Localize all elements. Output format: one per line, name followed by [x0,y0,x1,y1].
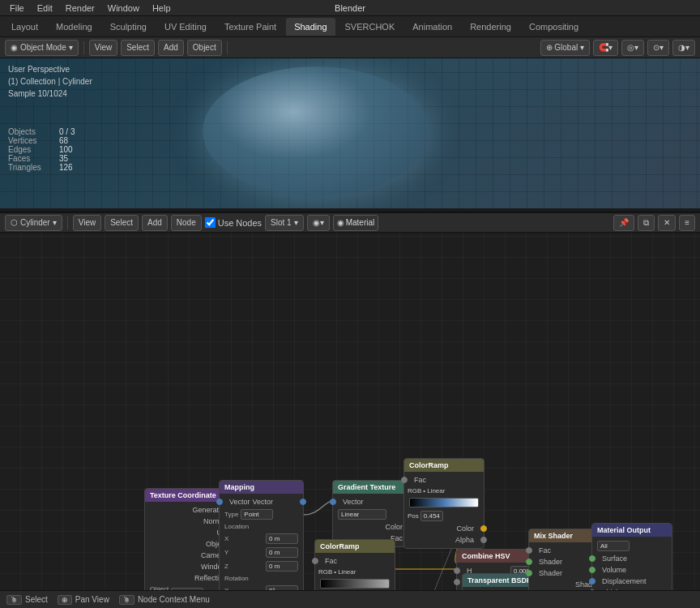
node-cr1-body: Fac RGB • Linear Pos 0.454 Color Alpha [404,472,484,548]
close-btn[interactable]: ✕ [658,215,676,231]
view-mode-label: User Perspective [8,63,92,75]
mapping-in-vector: Vector Vector [220,496,303,507]
cylinder-mesh [203,66,429,196]
lmb-key: 🖱 [6,595,22,605]
select-menu[interactable]: Select [121,40,155,56]
socket-mix-s2[interactable] [526,570,532,576]
matout-in-surface: Surface [592,553,672,564]
cr1-controls: RGB • Linear [404,486,484,496]
top-menubar: File Edit Render Window Help Blender [0,0,700,16]
rmb-key: 🖱 [119,595,134,605]
node-mapping[interactable]: Mapping Vector Vector Type Point Locatio… [219,480,304,608]
socket-vector-in[interactable] [216,499,223,505]
socket-mix-fac[interactable] [526,547,532,554]
node-editor-right: 📌 ⧉ ✕ ≡ [613,215,695,231]
sample-label: Sample 10/1024 [8,88,92,100]
matout-target: All [592,539,672,553]
pin-btn[interactable]: 📌 [613,215,634,231]
viewport-toolbar: ◉ Object Mode ▾ View Select Add Object ⊕… [0,37,700,58]
select-btn2[interactable]: Select [105,215,139,231]
tab-layout[interactable]: Layout [3,18,46,36]
mapping-location-label: Location [220,521,303,532]
viewport-3d[interactable]: User Perspective (1) Collection | Cylind… [0,58,700,208]
socket-vector-out[interactable] [300,499,306,505]
menu-file[interactable]: File [3,0,31,15]
mapping-type: Type Point [220,507,303,521]
sep3 [67,216,68,229]
add-menu[interactable]: Add [158,40,184,56]
use-nodes-label: Use Nodes [218,218,262,228]
editor-type-btn[interactable]: ⬡ Cylinder▾ [5,215,62,231]
overlay-btn[interactable]: ⊙▾ [647,40,669,56]
menu-window[interactable]: Window [101,0,146,15]
node-editor-icon: ⬡ [11,218,18,227]
node-transparent-title: Transparent BSDF [467,576,531,584]
slot-btn[interactable]: Slot 1▾ [265,215,304,231]
view-btn2[interactable]: View [73,215,102,231]
socket-mix-s1[interactable] [526,559,532,565]
tab-texture-paint[interactable]: Texture Paint [216,18,284,36]
node-editor-header: ⬡ Cylinder▾ View Select Add Node Use Nod… [0,212,700,233]
mapping-y: Y 0 m [220,546,303,559]
tab-modeling[interactable]: Modeling [48,18,100,36]
node-combine-header: Combine HSV [457,550,536,563]
gradient-type: Linear [333,507,412,521]
node-gradient[interactable]: Gradient Texture Vector Linear Color Fac [332,480,413,547]
material-name[interactable]: Material [346,218,375,227]
socket-cr1-alpha[interactable] [480,537,487,543]
sep1 [83,41,84,54]
tab-compositing[interactable]: Compositing [521,18,587,36]
chevron-down-icon: ▾ [69,43,73,52]
socket-cr2-fac[interactable] [312,558,318,564]
tab-shading[interactable]: Shading [286,18,335,36]
node-cr2-header: ColorRamp [315,540,395,553]
cr1-out-alpha: Alpha [404,534,484,546]
viewport-mode-btn[interactable]: ◉ Object Mode ▾ [5,40,79,56]
gradient-out-color: Color [333,521,412,533]
tab-uv-editing[interactable]: UV Editing [156,18,215,36]
socket-cr1-fac[interactable] [401,477,408,483]
cr1-gradient-preview[interactable] [409,498,479,507]
menu-edit[interactable]: Edit [31,0,59,15]
node-texcoord-title: Texture Coordinate [150,491,216,499]
workspace-tabs: Layout Modeling Sculpting UV Editing Tex… [0,16,700,37]
add-btn2[interactable]: Add [142,215,168,231]
menu-render[interactable]: Render [59,0,101,15]
socket-mo-volume[interactable] [589,567,595,573]
socket-grad-vec-in[interactable] [330,499,336,505]
menu-help[interactable]: Help [146,0,177,15]
use-nodes-checkbox[interactable] [205,217,216,228]
matout-in-volume: Volume [592,564,672,576]
object-menu[interactable]: Object [187,40,222,56]
cr1-pos: Pos 0.454 [404,509,484,523]
node-canvas[interactable]: Texture Coordinate Generated Normal UV O… [0,233,700,608]
socket-mo-disp[interactable] [589,578,595,584]
matout-in-displacement: Displacement [592,576,672,587]
status-select: 🖱 Select [6,595,48,605]
copy-btn[interactable]: ⧉ [638,215,655,231]
tab-sverchok[interactable]: SVERCHOK [337,18,403,36]
socket-h[interactable] [454,567,460,574]
cr1-out-color: Color [404,523,484,534]
snap-btn[interactable]: 🧲▾ [593,40,618,56]
socket-cr1-color[interactable] [480,525,487,532]
shading-btn[interactable]: ◑▾ [672,40,695,56]
node-colorramp1[interactable]: ColorRamp Fac RGB • Linear Pos 0.454 [403,458,484,549]
proportional-btn[interactable]: ◎▾ [621,40,644,56]
material-sphere-btn[interactable]: ◉▾ [307,215,330,231]
socket-s[interactable] [454,579,460,585]
collection-label: (1) Collection | Cylinder [8,75,92,88]
tab-sculpting[interactable]: Sculpting [102,18,155,36]
global-btn[interactable]: ⊕ Global ▾ [540,40,590,56]
node-cr1-title: ColorRamp [409,461,449,469]
view-menu[interactable]: View [89,40,118,56]
cr2-gradient-preview[interactable] [320,579,390,589]
node-btn[interactable]: Node [171,215,202,231]
object-mode-icon: ◉ [11,43,18,52]
viewport-stats: Objects 0 / 3 Vertices 68 Edges 100 Face… [8,127,75,172]
node-combine-title: Combine HSV [462,552,510,560]
settings-btn[interactable]: ≡ [679,215,695,231]
socket-mo-surface[interactable] [589,555,595,562]
tab-animation[interactable]: Animation [404,18,460,36]
tab-rendering[interactable]: Rendering [462,18,519,36]
